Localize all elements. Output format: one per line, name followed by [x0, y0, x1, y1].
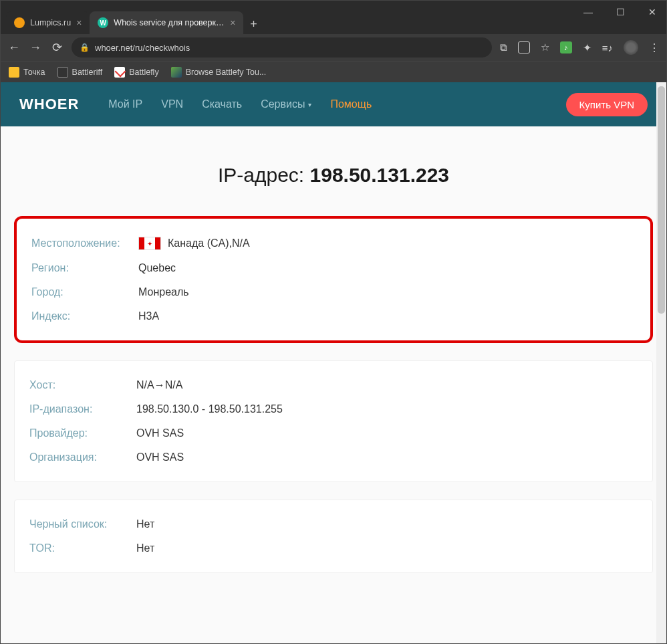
address-bar[interactable]: 🔒 whoer.net/ru/checkwhois — [72, 37, 492, 58]
row-organization: Организация: OVH SAS — [29, 445, 638, 469]
chevron-down-icon: ▾ — [308, 101, 311, 108]
page-title: IP-адрес: 198.50.131.223 — [14, 164, 653, 187]
row-region: Регион: Quebec — [31, 256, 636, 280]
minimize-button[interactable]: — — [580, 7, 596, 17]
menu-button[interactable]: ⋮ — [649, 41, 660, 54]
reload-button[interactable]: ⟳ — [50, 40, 63, 55]
nav-vpn[interactable]: VPN — [161, 98, 183, 110]
close-tab-icon[interactable]: × — [230, 17, 235, 28]
tab-title: Whois service для проверки дом — [114, 18, 225, 27]
bookmark-battlefy[interactable]: Browse Battlefy Tou... — [171, 67, 267, 78]
tab-strip: Lumpics.ru × W Whois service для проверк… — [1, 7, 666, 34]
close-tab-icon[interactable]: × — [76, 17, 82, 28]
tab-lumpics[interactable]: Lumpics.ru × — [6, 11, 90, 34]
reading-list-icon[interactable]: ≡♪ — [602, 42, 613, 53]
bookmark-battleriff[interactable]: Battleriff — [57, 67, 103, 78]
back-button[interactable]: ← — [7, 41, 21, 55]
cast-icon[interactable]: ⧉ — [500, 41, 507, 53]
nav-help[interactable]: Помощь — [330, 98, 372, 110]
buy-vpn-button[interactable]: Купить VPN — [566, 93, 648, 116]
bookmark-tochka[interactable]: Точка — [9, 67, 45, 78]
maximize-button[interactable]: ☐ — [612, 7, 628, 17]
site-nav: Мой IP VPN Скачать Сервисы ▾ Помощь — [108, 98, 372, 110]
window-controls: — ☐ ✕ — [580, 7, 660, 17]
extensions-icon[interactable]: ✦ — [583, 41, 591, 54]
ip-address: 198.50.131.223 — [310, 164, 450, 186]
lock-icon: 🔒 — [80, 43, 90, 52]
row-blacklist: Черный список: Нет — [29, 512, 638, 536]
nav-my-ip[interactable]: Мой IP — [108, 98, 142, 110]
row-provider: Провайдер: OVH SAS — [29, 421, 638, 445]
bookmark-icon — [114, 67, 125, 78]
page-viewport: WHOER Мой IP VPN Скачать Сервисы ▾ Помощ… — [1, 82, 666, 644]
bookmark-icon — [57, 67, 68, 78]
tab-whois[interactable]: W Whois service для проверки дом × — [90, 11, 243, 34]
host-panel: Хост: N/A→N/A IP-диапазон: 198.50.130.0 … — [14, 360, 653, 482]
canada-flag-icon: ✦ — [138, 237, 161, 250]
close-window-button[interactable]: ✕ — [644, 7, 660, 17]
nav-services[interactable]: Сервисы ▾ — [261, 98, 311, 110]
favicon-icon: W — [98, 17, 108, 28]
scrollbar-thumb[interactable] — [658, 86, 665, 314]
row-city: Город: Монреаль — [31, 280, 636, 304]
row-ip-range: IP-диапазон: 198.50.130.0 - 198.50.131.2… — [29, 397, 638, 421]
bookmark-icon — [9, 67, 19, 78]
bookmark-battlefly[interactable]: Battlefly — [114, 67, 158, 78]
extension-icon[interactable] — [518, 41, 530, 53]
browser-toolbar: ← → ⟳ 🔒 whoer.net/ru/checkwhois ⧉ ☆ ♪ ✦ … — [1, 34, 666, 61]
blacklist-panel: Черный список: Нет TOR: Нет — [14, 500, 653, 573]
bookmark-icon — [171, 67, 182, 78]
star-icon[interactable]: ☆ — [541, 41, 549, 53]
bookmarks-bar: Точка Battleriff Battlefly Browse Battle… — [1, 61, 666, 82]
row-location: Местоположение: ✦ Канада (CA),N/A — [31, 231, 636, 256]
scrollbar-track[interactable] — [656, 82, 666, 644]
new-tab-button[interactable]: + — [243, 15, 264, 34]
favicon-icon — [14, 17, 25, 28]
location-panel: Местоположение: ✦ Канада (CA),N/A Регион… — [14, 216, 653, 343]
row-tor: TOR: Нет — [29, 536, 638, 560]
url-text: whoer.net/ru/checkwhois — [95, 43, 484, 53]
profile-avatar[interactable] — [624, 40, 638, 55]
nav-download[interactable]: Скачать — [202, 98, 242, 110]
music-extension-icon[interactable]: ♪ — [560, 41, 572, 53]
site-logo[interactable]: WHOER — [19, 96, 79, 113]
site-header: WHOER Мой IP VPN Скачать Сервисы ▾ Помощ… — [1, 82, 666, 126]
row-host: Хост: N/A→N/A — [29, 373, 638, 397]
forward-button[interactable]: → — [29, 41, 42, 55]
tab-title: Lumpics.ru — [30, 18, 71, 27]
row-index: Индекс: H3A — [31, 304, 636, 328]
